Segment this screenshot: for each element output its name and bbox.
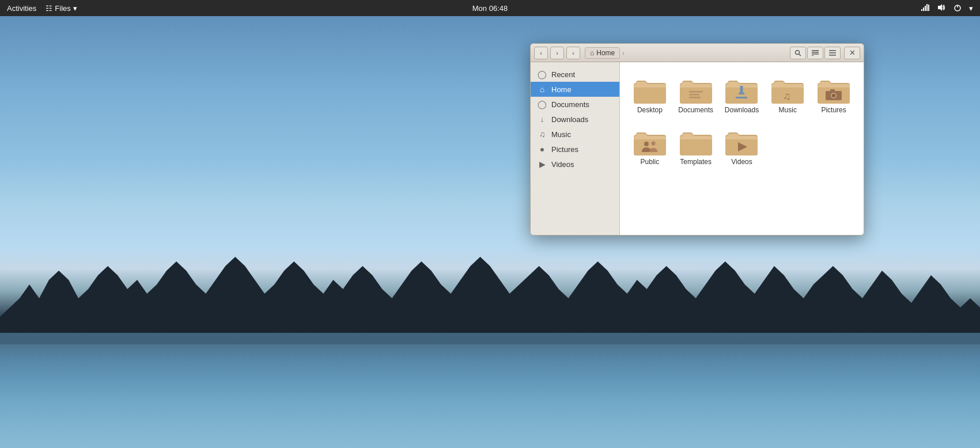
svg-line-9	[799, 54, 801, 56]
back-button[interactable]: ‹	[534, 47, 548, 59]
svg-rect-27	[830, 89, 835, 92]
close-icon: ✕	[849, 48, 856, 57]
svg-point-8	[796, 50, 800, 54]
location-home[interactable]: ⌂ Home	[585, 47, 620, 59]
downloads-folder-icon	[725, 76, 758, 104]
pictures-folder-label: Pictures	[821, 106, 846, 114]
view-menu-button[interactable]	[824, 47, 841, 59]
svg-rect-12	[812, 54, 819, 55]
svg-text:♫: ♫	[783, 90, 791, 102]
svg-rect-17	[689, 91, 703, 93]
svg-rect-14	[829, 50, 836, 51]
svg-rect-21	[740, 86, 743, 92]
folder-music[interactable]: ♫ Music	[767, 71, 808, 119]
pictures-icon: ●	[538, 145, 547, 154]
folder-videos[interactable]: Videos	[721, 123, 763, 170]
fm-content: Desktop D	[620, 62, 864, 235]
desktop-folder-icon	[634, 76, 666, 104]
public-folder-icon	[634, 128, 666, 155]
power-icon[interactable]	[953, 3, 962, 13]
downloads-icon: ↓	[538, 115, 547, 124]
home-label: Home	[596, 49, 615, 57]
sidebar-label-downloads: Downloads	[551, 115, 588, 124]
documents-folder-label: Documents	[678, 106, 713, 114]
forward-button[interactable]: ›	[550, 47, 564, 59]
search-button[interactable]	[790, 47, 806, 59]
svg-rect-11	[812, 52, 819, 53]
view-list-button[interactable]	[807, 47, 823, 59]
svg-rect-0	[921, 9, 922, 11]
videos-icon: ▶	[538, 160, 547, 169]
parent-icon: ‹	[572, 50, 574, 56]
svg-rect-16	[829, 55, 836, 56]
back-icon: ‹	[540, 50, 542, 56]
svg-rect-1	[923, 7, 924, 11]
svg-point-28	[644, 142, 649, 146]
home-icon: ⌂	[590, 49, 594, 57]
sidebar-item-videos[interactable]: ▶ Videos	[531, 157, 619, 172]
sidebar-item-documents[interactable]: ◯ Documents	[531, 97, 619, 112]
svg-rect-22	[736, 97, 747, 98]
folder-desktop[interactable]: Desktop	[629, 71, 671, 119]
folder-documents[interactable]: Documents	[675, 71, 717, 119]
sidebar-label-pictures: Pictures	[551, 145, 578, 154]
recent-icon: ◯	[538, 70, 547, 79]
folder-pictures[interactable]: Pictures	[813, 71, 854, 119]
sidebar-label-music: Music	[551, 130, 571, 139]
svg-marker-5	[938, 4, 942, 11]
sidebar-label-videos: Videos	[551, 160, 574, 169]
file-manager-window: ‹ › ‹ ⌂ Home ›	[530, 43, 864, 236]
sidebar-item-downloads[interactable]: ↓ Downloads	[531, 112, 619, 127]
music-folder-icon: ♫	[771, 76, 804, 104]
svg-rect-3	[926, 4, 928, 11]
pictures-folder-icon	[818, 76, 850, 104]
downloads-folder-label: Downloads	[725, 106, 759, 114]
sidebar-label-documents: Documents	[551, 100, 589, 109]
svg-rect-18	[689, 94, 699, 96]
power-dropdown-icon[interactable]: ▾	[969, 4, 973, 13]
svg-rect-15	[829, 52, 836, 54]
folder-grid: Desktop D	[629, 71, 854, 170]
files-label: Files	[55, 4, 70, 13]
topbar-right: ▾	[921, 3, 973, 13]
sidebar-item-recent[interactable]: ◯ Recent	[531, 67, 619, 82]
files-icon: ☷	[46, 4, 52, 13]
folder-public[interactable]: Public	[629, 123, 671, 170]
home-icon: ⌂	[538, 85, 547, 94]
titlebar: ‹ › ‹ ⌂ Home ›	[531, 44, 864, 62]
location-bar: ⌂ Home ›	[585, 47, 788, 59]
folder-downloads[interactable]: Downloads	[721, 71, 763, 119]
fm-body: ◯ Recent ⌂ Home ◯ Documents ↓ Downloads …	[531, 62, 864, 235]
close-button[interactable]: ✕	[844, 47, 860, 59]
topbar: Activities ☷ Files ▾ Mon 06:48	[0, 0, 980, 16]
clock-label: Mon 06:48	[472, 4, 508, 13]
sidebar-label-recent: Recent	[551, 70, 575, 79]
documents-icon: ◯	[538, 100, 547, 109]
svg-rect-10	[812, 50, 819, 51]
templates-folder-icon	[680, 128, 712, 155]
svg-rect-2	[925, 6, 926, 11]
sidebar-label-home: Home	[551, 85, 572, 94]
svg-point-29	[651, 142, 655, 146]
location-next-icon: ›	[622, 50, 625, 56]
desktop-folder-label: Desktop	[637, 106, 663, 114]
forward-icon: ›	[556, 50, 558, 56]
sidebar-item-music[interactable]: ♫ Music	[531, 127, 619, 142]
network-icon[interactable]	[921, 3, 930, 13]
titlebar-actions	[790, 47, 841, 59]
videos-folder-icon	[725, 128, 758, 155]
volume-icon[interactable]	[937, 3, 946, 13]
sidebar-item-pictures[interactable]: ● Pictures	[531, 142, 619, 157]
templates-folder-label: Templates	[680, 158, 712, 166]
parent-button[interactable]: ‹	[566, 47, 580, 59]
topbar-left: Activities ☷ Files ▾	[7, 4, 77, 13]
activities-button[interactable]: Activities	[7, 4, 36, 13]
folder-templates[interactable]: Templates	[675, 123, 717, 170]
documents-folder-icon	[680, 76, 712, 104]
files-menu[interactable]: ☷ Files ▾	[46, 4, 77, 13]
music-icon: ♫	[538, 130, 547, 139]
fm-sidebar: ◯ Recent ⌂ Home ◯ Documents ↓ Downloads …	[531, 62, 620, 235]
svg-point-26	[832, 94, 835, 97]
svg-rect-4	[928, 5, 929, 11]
sidebar-item-home[interactable]: ⌂ Home	[531, 82, 619, 97]
